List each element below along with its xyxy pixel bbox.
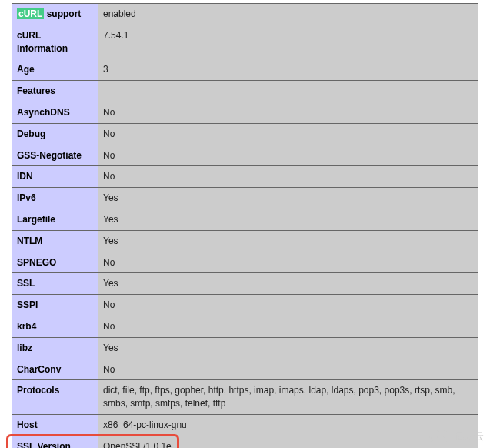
row-label: Age — [12, 59, 98, 81]
table-row: Features — [12, 81, 478, 102]
row-value — [98, 81, 478, 102]
table-row: IDNNo — [12, 166, 478, 188]
table-row: cURL Information7.54.1 — [12, 25, 478, 59]
row-value: 3 — [98, 59, 478, 81]
row-label: GSS-Negotiate — [12, 145, 98, 166]
row-label: libz — [12, 337, 98, 359]
table-row: Hostx86_64-pc-linux-gnu — [12, 414, 478, 436]
phpinfo-curl-table: cURL supportenabledcURL Information7.54.… — [12, 3, 478, 448]
row-label: Host — [12, 414, 98, 436]
row-value: x86_64-pc-linux-gnu — [98, 414, 478, 436]
row-value: 7.54.1 — [98, 25, 478, 59]
row-value: No — [98, 102, 478, 123]
cloud-icon — [429, 430, 451, 443]
row-value: No — [98, 123, 478, 145]
row-value: No — [98, 145, 478, 166]
table-row: SPNEGONo — [12, 252, 478, 273]
row-label: cURL Information — [12, 25, 98, 59]
row-label: SSL — [12, 273, 98, 295]
table-row: CharConvNo — [12, 359, 478, 380]
table-row: libzYes — [12, 337, 478, 359]
table-row: GSS-NegotiateNo — [12, 145, 478, 166]
table-row: SSLYes — [12, 273, 478, 295]
row-value: No — [98, 166, 478, 188]
row-value: Yes — [98, 188, 478, 209]
row-value: No — [98, 359, 478, 380]
row-label: AsynchDNS — [12, 102, 98, 123]
row-value: No — [98, 295, 478, 316]
row-value: No — [98, 252, 478, 273]
row-label: IDN — [12, 166, 98, 188]
row-value: Yes — [98, 209, 478, 230]
row-value: enabled — [98, 4, 478, 25]
watermark: 亿速云 — [429, 430, 484, 443]
row-value: Yes — [98, 273, 478, 295]
row-label: cURL support — [12, 4, 98, 25]
row-label: SPNEGO — [12, 252, 98, 273]
table-row: SSL VersionOpenSSL/1.0.1e — [12, 436, 478, 448]
table-row: AsynchDNSNo — [12, 102, 478, 123]
row-label: SSL Version — [12, 436, 98, 448]
row-value: Yes — [98, 230, 478, 252]
row-label: CharConv — [12, 359, 98, 380]
table-row: krb4No — [12, 316, 478, 337]
row-label: NTLM — [12, 230, 98, 252]
table-row: SSPINo — [12, 295, 478, 316]
row-label: Protocols — [12, 380, 98, 415]
table-row: NTLMYes — [12, 230, 478, 252]
row-value: OpenSSL/1.0.1e — [98, 436, 478, 448]
row-label: krb4 — [12, 316, 98, 337]
row-value: dict, file, ftp, ftps, gopher, http, htt… — [98, 380, 478, 415]
row-label: Debug — [12, 123, 98, 145]
row-label: SSPI — [12, 295, 98, 316]
table-row: DebugNo — [12, 123, 478, 145]
table-row: LargefileYes — [12, 209, 478, 230]
row-label: Features — [12, 81, 98, 102]
table-row: Age3 — [12, 59, 478, 81]
table-row: IPv6Yes — [12, 188, 478, 209]
watermark-text: 亿速云 — [454, 430, 484, 443]
row-value: Yes — [98, 337, 478, 359]
table-row: cURL supportenabled — [12, 4, 478, 25]
row-value: No — [98, 316, 478, 337]
row-label: Largefile — [12, 209, 98, 230]
table-row: Protocolsdict, file, ftp, ftps, gopher, … — [12, 380, 478, 415]
row-label: IPv6 — [12, 188, 98, 209]
